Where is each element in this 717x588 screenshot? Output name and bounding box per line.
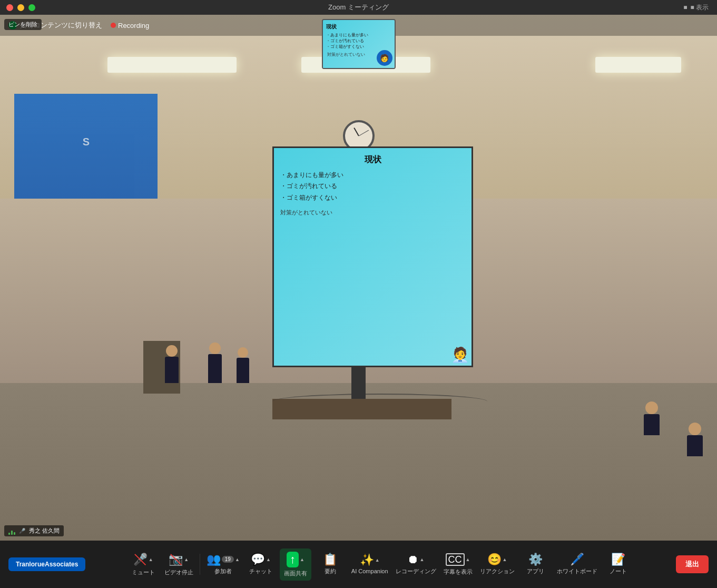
ai-icon: ✨	[360, 554, 374, 566]
person-2-head	[209, 342, 221, 354]
captions-label: 字幕を表示	[444, 568, 473, 576]
speaker-name: 秀之 佐久間	[29, 527, 60, 535]
thumb-character-icon: 🧑	[377, 50, 392, 66]
person-3	[237, 347, 249, 383]
person-1	[165, 345, 179, 383]
recording-label: Recording	[118, 22, 149, 30]
person-2-body	[208, 354, 222, 383]
notes-icon: 📝	[611, 554, 625, 565]
display-label: ■ 表示	[690, 3, 709, 12]
thumb-bullets: ・あまりにも量が多い ・ゴミが汚れている ・ゴミ箱がすくない	[326, 32, 368, 50]
cam-caret[interactable]: ▲	[184, 557, 189, 562]
audio-level-indicator	[8, 527, 15, 535]
apps-button[interactable]: ⚙️ アプリ	[520, 551, 552, 579]
chat-label: チャット	[249, 567, 272, 575]
thumbnail-content: 現状 ・あまりにも量が多い ・ゴミが汚れている ・ゴミ箱がすくない 対策がとれて…	[323, 20, 395, 68]
person-r2-body	[687, 435, 703, 456]
bar-2	[11, 531, 13, 535]
person-3-head	[238, 347, 248, 358]
screen-bullet-1: ・あまりにも量が多い	[280, 170, 343, 181]
cam-label: ビデオ停止	[164, 569, 193, 576]
clock-minute-hand	[358, 130, 369, 136]
screen-bullet-3: ・ゴミ箱がすくない	[280, 192, 337, 204]
chat-caret[interactable]: ▲	[266, 557, 271, 562]
person-2	[208, 342, 222, 383]
ai-label: AI Companion	[351, 568, 388, 574]
chat-top-row: 💬 ▲	[251, 554, 271, 565]
react-caret[interactable]: ▲	[503, 557, 507, 562]
toolbar-center: 🎤 ▲ ミュート 📷 ▲ ビデオ停止 👥 19 ▲ 参加者	[85, 548, 676, 581]
person-r2-head	[689, 423, 701, 435]
bar-3	[14, 532, 15, 535]
close-button[interactable]	[6, 4, 13, 11]
share-caret[interactable]: ▲	[300, 557, 305, 562]
user-badge: TranlогueAssociates	[8, 557, 85, 571]
screen-title: 現状	[365, 154, 381, 165]
separator-1	[200, 554, 200, 575]
main-content-area: ✓ 共有コンテンツに切り替え Recording 現状 ・あまりにも量が多い ・…	[0, 15, 717, 541]
minimize-button[interactable]	[17, 4, 24, 11]
summary-button[interactable]: 📋 要約	[315, 551, 346, 579]
cam-slash-icon: 📷	[169, 553, 183, 566]
wb-top-row: 🖊️	[570, 554, 584, 565]
chat-button[interactable]: 💬 ▲ チャット	[245, 551, 277, 579]
display-icon: ■	[683, 4, 687, 11]
share-label: 画面共有	[284, 570, 307, 577]
person-3-body	[237, 358, 249, 383]
light-1	[107, 57, 237, 73]
reactions-icon: 😊	[487, 554, 502, 565]
ai-caret[interactable]: ▲	[375, 557, 380, 563]
mic-label: ミュート	[132, 569, 155, 576]
screen-content: 現状 ・あまりにも量が多い ・ゴミが汚れている ・ゴミ箱がすくない 対策がとれて…	[274, 148, 472, 366]
mic-icon: 🎤	[19, 528, 25, 534]
window-title: Zoom ミーティング	[328, 3, 389, 12]
thumb-footer: 対策がとれていない	[327, 52, 365, 57]
reactions-label: リアクション	[480, 567, 515, 575]
participants-count: 19	[222, 556, 234, 563]
cc-icon: CC	[446, 553, 465, 566]
titlebar: Zoom ミーティング ■ ■ 表示	[0, 0, 717, 15]
recording-button[interactable]: ⏺ ▲ レコーディング	[394, 551, 438, 579]
notes-button[interactable]: 📝 ノート	[603, 551, 634, 579]
leave-button[interactable]: 退出	[676, 555, 709, 573]
notes-label: ノート	[610, 567, 627, 575]
screen-bullet-2: ・ゴミが汚れている	[280, 181, 337, 192]
share-screen-button[interactable]: ↑ ▲ 画面共有	[280, 548, 311, 581]
whiteboard-button[interactable]: 🖊️ ホワイトボード	[555, 551, 600, 579]
cam-top-row: 📷 ▲	[169, 553, 189, 566]
participants-button[interactable]: 👥 19 ▲ 参加者	[204, 551, 242, 579]
participants-label: 参加者	[214, 567, 232, 575]
ai-top-row: ✨ ▲	[360, 554, 380, 566]
mute-button[interactable]: 🎤 ▲ ミュート	[127, 550, 159, 580]
participants-icon: 👥	[207, 554, 221, 565]
bar-1	[8, 533, 10, 535]
display-control[interactable]: ■ ■ 表示	[683, 3, 709, 12]
participants-caret[interactable]: ▲	[235, 557, 240, 562]
shared-thumbnail[interactable]: 現状 ・あまりにも量が多い ・ゴミが汚れている ・ゴミ箱がすくない 対策がとれて…	[322, 19, 396, 69]
unpin-button[interactable]: ピンを削除	[4, 19, 42, 30]
main-video-feed: S S S 現状 ・あまりにも量が多い ・ゴミが汚れている ・ゴミ箱がすくない	[0, 15, 717, 541]
banner-logo: S	[83, 136, 90, 148]
person-r1-body	[644, 414, 660, 435]
share-top-row: ↑ ▲	[287, 552, 305, 567]
summary-icon: 📋	[323, 554, 337, 565]
thumb-title: 現状	[326, 23, 337, 31]
ai-companion-button[interactable]: ✨ ▲ AI Companion	[349, 551, 390, 577]
light-3	[595, 57, 681, 73]
video-button[interactable]: 📷 ▲ ビデオ停止	[162, 550, 195, 580]
toolbar: TranlогueAssociates 🎤 ▲ ミュート 📷 ▲ ビデオ停止 👥…	[0, 541, 717, 588]
notes-top-row: 📝	[611, 554, 625, 565]
person-1-body	[165, 357, 179, 383]
participants-top-row: 👥 19 ▲	[207, 554, 240, 565]
person-right-1	[644, 401, 660, 435]
whiteboard-label: ホワイトボード	[557, 567, 597, 575]
reactions-button[interactable]: 😊 ▲ リアクション	[478, 551, 517, 579]
cc-caret[interactable]: ▲	[466, 557, 470, 562]
maximize-button[interactable]	[28, 4, 35, 11]
rec-caret[interactable]: ▲	[420, 557, 425, 562]
person-1-head	[166, 345, 178, 357]
toolbar-right: 退出	[676, 555, 709, 573]
captions-button[interactable]: CC ▲ 字幕を表示	[441, 550, 475, 579]
mic-caret[interactable]: ▲	[149, 557, 153, 562]
share-icon: ↑	[287, 552, 299, 567]
